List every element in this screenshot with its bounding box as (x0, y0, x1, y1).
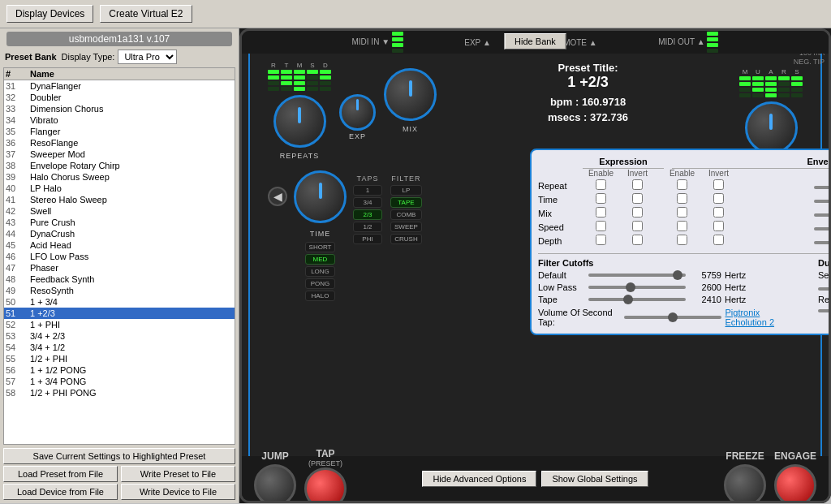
list-item[interactable]: 533/4 + 2/3 (4, 330, 235, 342)
list-item[interactable]: 511 +2/3 (4, 308, 235, 319)
list-item[interactable]: 44DynaCrush (4, 228, 235, 239)
list-item[interactable]: 32Doubler (4, 92, 235, 103)
sens-slider-speed[interactable] (814, 227, 831, 230)
tap-footswitch[interactable] (304, 467, 347, 504)
list-item[interactable]: 36ResoFlange (4, 137, 235, 149)
list-item[interactable]: 38Envelope Rotary Chirp (4, 160, 235, 171)
list-item[interactable]: 40LP Halo (4, 183, 235, 194)
filter-tape-btn[interactable]: TAPE (390, 197, 422, 208)
display-type-select[interactable]: Ultra Pro Standard Compact (118, 50, 177, 64)
left-nav-arrow[interactable]: ◀ (268, 187, 287, 206)
env-enable-time[interactable] (677, 193, 687, 204)
time-knob[interactable] (294, 170, 347, 223)
load-device-button[interactable]: Load Device from File (3, 484, 118, 500)
list-item[interactable]: 45Acid Head (4, 239, 235, 251)
preset-bank-label: Preset Bank (5, 52, 57, 62)
time-long-btn[interactable]: LONG (305, 266, 336, 277)
env-invert-time[interactable] (713, 193, 724, 204)
load-preset-button[interactable]: Load Preset from File (3, 466, 118, 482)
time-pong-btn[interactable]: PONG (305, 278, 336, 289)
list-item[interactable]: 37Sweeper Mod (4, 149, 235, 160)
cutoff-slider-lowpass[interactable] (588, 286, 686, 289)
create-virtual-button[interactable]: Create Virtual E2 (100, 5, 192, 23)
list-item[interactable]: 543/4 + 1/2 (4, 342, 235, 353)
exp-enable-mix[interactable] (596, 207, 606, 218)
list-item[interactable]: 33Dimension Chorus (4, 103, 235, 114)
display-devices-button[interactable]: Display Devices (6, 5, 93, 23)
env-enable-speed[interactable] (677, 221, 687, 231)
tap-phi-btn[interactable]: PHI (353, 234, 382, 244)
list-item[interactable]: 34Vibrato (4, 114, 235, 126)
list-item[interactable]: 551/2 + PHI (4, 353, 235, 364)
list-item[interactable]: 42Swell (4, 205, 235, 217)
tap-2-3-btn[interactable]: 2/3 (353, 209, 382, 220)
list-item[interactable]: 49ResoSynth (4, 285, 235, 296)
list-item[interactable]: 39Halo Chorus Sweep (4, 171, 235, 183)
list-item[interactable]: 35Flanger (4, 126, 235, 137)
exp-enable-depth[interactable] (596, 235, 606, 245)
exp-invert-time[interactable] (632, 193, 643, 204)
env-invert-mix[interactable] (713, 207, 724, 218)
cutoff-slider-default[interactable] (588, 274, 686, 277)
sens-slider-depth[interactable] (814, 241, 831, 244)
sens-slider-time[interactable] (814, 200, 831, 203)
save-preset-button[interactable]: Save Current Settings to Highlighted Pre… (3, 448, 235, 464)
list-item[interactable]: 561 + 1/2 PONG (4, 364, 235, 376)
list-item[interactable]: 31DynaFlanger (4, 80, 235, 92)
filter-crush-btn[interactable]: CRUSH (390, 234, 422, 244)
time-med-btn[interactable]: MED (305, 254, 336, 265)
tap-1-btn[interactable]: 1 (353, 185, 382, 196)
hide-advanced-button[interactable]: Hide Advanced Options (422, 471, 536, 487)
time-short-btn[interactable]: SHORT (305, 242, 336, 252)
depth-knob[interactable] (745, 101, 798, 154)
pigtronix-link[interactable]: Pigtronix Echolution 2 (725, 308, 802, 327)
env-invert-repeat[interactable] (713, 179, 724, 190)
write-device-button[interactable]: Write Device to File (121, 484, 235, 500)
env-invert-depth[interactable] (713, 235, 724, 245)
ducking-release-slider[interactable] (818, 309, 831, 312)
exp-invert-repeat[interactable] (632, 179, 643, 190)
exp-enable-time[interactable] (596, 193, 606, 204)
filter-lp-btn[interactable]: LP (390, 185, 422, 196)
list-item[interactable]: 581/2 + PHI PONG (4, 387, 235, 398)
cutoff-slider-tape[interactable] (588, 298, 686, 301)
tap-1-2-btn[interactable]: 1/2 (353, 222, 382, 232)
hide-bank-button[interactable]: Hide Bank (504, 33, 566, 50)
jump-footswitch[interactable] (254, 464, 296, 503)
mix-knob[interactable] (384, 68, 437, 121)
list-item[interactable]: 48Feedback Synth (4, 274, 235, 285)
list-item[interactable]: 46LFO Low Pass (4, 251, 235, 262)
list-item[interactable]: 571 + 3/4 PONG (4, 376, 235, 387)
env-invert-speed[interactable] (713, 221, 724, 231)
sens-slider-mix[interactable] (814, 213, 831, 217)
vol-tap-slider[interactable] (624, 316, 721, 319)
exp-invert-mix[interactable] (632, 207, 643, 218)
sens-slider-repeat[interactable] (814, 186, 831, 189)
filter-sweep-btn[interactable]: SWEEP (390, 222, 422, 232)
env-enable-repeat[interactable] (677, 179, 687, 190)
ducking-sensitivity-slider[interactable] (818, 287, 831, 291)
exp-invert-depth[interactable] (632, 235, 643, 245)
exp-knob[interactable] (339, 94, 376, 131)
list-item[interactable]: 47Phaser (4, 262, 235, 274)
list-item[interactable]: 43Pure Crush (4, 217, 235, 228)
show-global-button[interactable]: Show Global Settings (541, 471, 648, 487)
exp-enable-repeat[interactable] (596, 179, 606, 190)
freeze-footswitch[interactable] (724, 464, 766, 503)
env-enable-mix[interactable] (677, 207, 687, 218)
list-item[interactable]: 41Stereo Halo Sweep (4, 194, 235, 205)
ducking-release-label: Release (818, 295, 831, 304)
engage-footswitch[interactable] (774, 464, 816, 503)
exp-invert-speed[interactable] (632, 221, 643, 231)
list-item[interactable]: 521 + PHI (4, 319, 235, 330)
bottom-action-buttons: Hide Advanced Options Show Global Settin… (422, 471, 648, 487)
tap-3-4-btn[interactable]: 3/4 (353, 197, 382, 208)
write-preset-button[interactable]: Write Preset to File (121, 466, 235, 482)
filter-comb-btn[interactable]: COMB (390, 209, 422, 220)
env-enable-depth[interactable] (677, 235, 687, 245)
list-item[interactable]: 501 + 3/4 (4, 296, 235, 308)
time-halo-btn[interactable]: HALO (305, 291, 336, 301)
exp-enable-speed[interactable] (596, 221, 606, 231)
repeats-knob[interactable] (273, 95, 326, 148)
vol-tap-label: Volume Of Second Tap: (538, 308, 621, 327)
